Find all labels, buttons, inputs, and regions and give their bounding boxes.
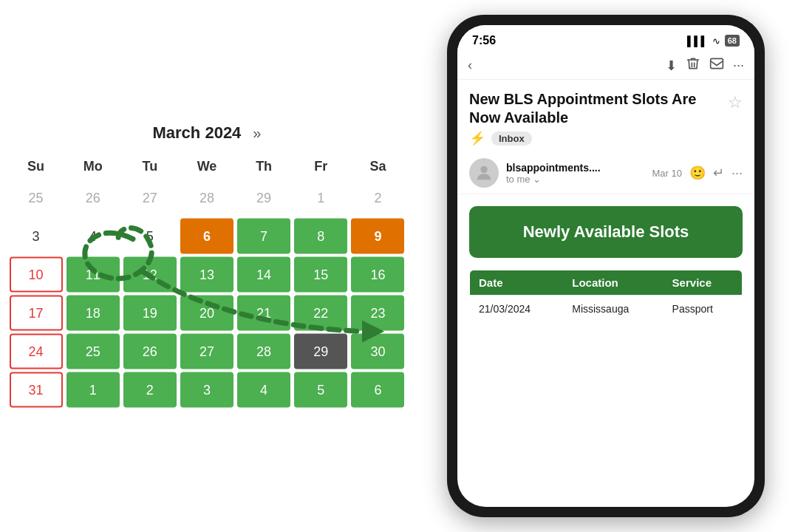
calendar-cell[interactable]: 3 (7, 217, 64, 256)
inbox-badge-row: ⚡ Inbox (469, 130, 722, 146)
calendar-cell[interactable]: 28 (178, 179, 235, 217)
more-sender-button[interactable]: ··· (732, 166, 743, 181)
calendar-day: 1 (66, 372, 120, 408)
calendar-cell[interactable]: 2 (121, 371, 178, 409)
calendar-cell[interactable]: 1 (293, 179, 349, 217)
star-icon[interactable]: ☆ (728, 93, 743, 112)
back-button[interactable]: ‹ (468, 58, 472, 73)
slots-table-header: Date (470, 270, 564, 296)
reply-button[interactable]: ↵ (713, 165, 724, 181)
battery-icon: 68 (725, 35, 740, 47)
calendar-cell[interactable]: 1 (64, 371, 121, 409)
status-time: 7:56 (472, 34, 496, 47)
calendar-day: 29 (237, 180, 290, 216)
calendar-nav-forward[interactable]: » (253, 124, 261, 141)
calendar-section: March 2024 » SuMoTuWeThFrSa 252627282912… (0, 109, 414, 424)
calendar-cell[interactable]: 5 (293, 371, 349, 409)
email-body: Newly Available Slots DateLocationServic… (457, 194, 754, 507)
calendar-day: 28 (180, 180, 233, 216)
calendar-cell[interactable]: 3 (178, 371, 235, 409)
slots-table-cell: Mississauga (563, 296, 663, 323)
calendar-cell[interactable]: 2 (349, 179, 406, 217)
calendar-dow-header: Mo (64, 154, 121, 179)
calendar-cell[interactable]: 4 (236, 371, 293, 409)
calendar-cell[interactable]: 25 (7, 179, 64, 217)
calendar-cell[interactable]: 10 (7, 256, 64, 294)
calendar-day: 27 (123, 180, 177, 216)
dashed-arrow-svg (74, 217, 384, 350)
slots-table-header: Location (563, 270, 663, 296)
calendar-day: 4 (237, 372, 290, 408)
calendar-day: 6 (351, 372, 404, 408)
phone-screen: 7:56 ▌▌▌ ∿ 68 ‹ ⬇ (457, 25, 754, 507)
slots-table: DateLocationService 21/03/2024Mississaug… (469, 270, 743, 323)
email-subject: New BLS Appointment Slots Are Now Availa… (469, 90, 722, 127)
svg-marker-0 (362, 321, 384, 343)
email-toolbar: ‹ ⬇ (457, 52, 754, 80)
calendar-dow-header: We (178, 154, 235, 179)
green-banner: Newly Available Slots (469, 206, 743, 258)
calendar-dow-header: Sa (349, 154, 406, 179)
calendar-day: 2 (123, 372, 177, 408)
calendar-day: 2 (351, 180, 404, 216)
sender-actions: 🙂 ↵ ··· (689, 165, 743, 181)
sender-info: blsappointments.... to me ⌄ (506, 162, 645, 185)
calendar-dow-header: Fr (293, 154, 349, 179)
email-content: New BLS Appointment Slots Are Now Availa… (457, 80, 754, 507)
calendar-cell[interactable]: 31 (7, 371, 64, 409)
calendar-day: 17 (10, 296, 63, 331)
calendar-day: 10 (10, 257, 63, 293)
calendar-dow-header: Tu (121, 154, 178, 179)
banner-text: Newly Available Slots (523, 222, 689, 241)
calendar-cell[interactable]: 26 (64, 179, 121, 217)
svg-rect-1 (711, 58, 723, 68)
more-options-button[interactable]: ··· (733, 58, 744, 73)
phone-frame: 7:56 ▌▌▌ ∿ 68 ‹ ⬇ (447, 15, 765, 517)
arrow-container (74, 217, 384, 365)
calendar-cell[interactable]: 24 (7, 332, 64, 371)
calendar-dow-header: Su (7, 154, 64, 179)
svg-point-2 (480, 166, 487, 173)
calendar-cell[interactable]: 27 (121, 179, 178, 217)
calendar-cell[interactable]: 29 (236, 179, 293, 217)
email-subject-area: New BLS Appointment Slots Are Now Availa… (457, 80, 754, 152)
calendar-title: March 2024 (153, 123, 242, 143)
calendar-cell[interactable]: 6 (349, 371, 406, 409)
slots-table-cell: Passport (664, 296, 743, 323)
calendar-day: 3 (180, 372, 233, 408)
inbox-badge[interactable]: Inbox (491, 132, 532, 146)
calendar-dow-header: Th (236, 154, 293, 179)
sender-to: to me ⌄ (506, 174, 645, 185)
emoji-button[interactable]: 🙂 (689, 165, 706, 181)
email-subject-left: New BLS Appointment Slots Are Now Availa… (469, 90, 722, 146)
calendar-day: 31 (10, 372, 63, 408)
calendar-day: 25 (10, 180, 63, 216)
calendar-day: 5 (294, 372, 347, 408)
delete-button[interactable] (686, 56, 700, 75)
calendar-day: 3 (10, 219, 63, 254)
calendar-day: 26 (66, 180, 120, 216)
slots-table-header: Service (664, 270, 743, 296)
avatar (469, 158, 499, 188)
calendar-header: March 2024 » (7, 123, 406, 143)
main-container: March 2024 » SuMoTuWeThFrSa 252627282912… (0, 0, 798, 532)
signal-icon: ▌▌▌ (687, 35, 708, 47)
slots-table-cell: 21/03/2024 (470, 296, 564, 323)
archive-button[interactable]: ⬇ (666, 58, 677, 74)
wifi-icon: ∿ (712, 35, 720, 47)
sender-date: Mar 10 (652, 168, 682, 179)
phone-section: 7:56 ▌▌▌ ∿ 68 ‹ ⬇ (429, 15, 783, 517)
lightning-icon: ⚡ (469, 130, 485, 146)
email-sender-row: blsappointments.... to me ⌄ Mar 10 🙂 ↵ ·… (457, 152, 754, 194)
calendar-day: 1 (294, 180, 347, 216)
move-email-button[interactable] (709, 56, 724, 75)
sender-name: blsappointments.... (506, 162, 645, 174)
status-icons: ▌▌▌ ∿ 68 (687, 35, 740, 47)
calendar-day: 24 (10, 334, 63, 369)
calendar-cell[interactable]: 17 (7, 294, 64, 332)
status-bar: 7:56 ▌▌▌ ∿ 68 (457, 25, 754, 52)
